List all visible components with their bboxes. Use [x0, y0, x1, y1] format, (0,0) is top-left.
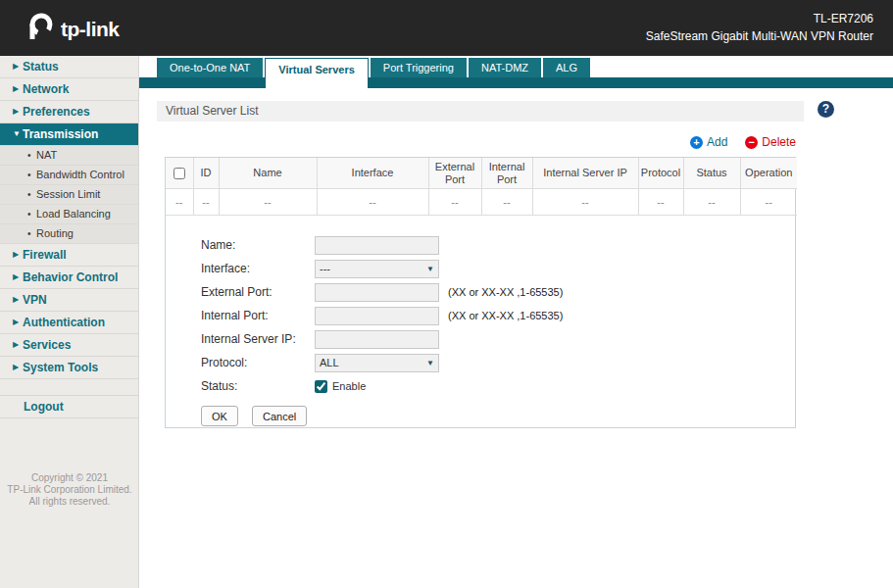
sidebar-subitem-routing[interactable]: • Routing: [0, 224, 138, 244]
select-all-checkbox[interactable]: [174, 168, 185, 179]
internal-port-input[interactable]: [315, 307, 439, 325]
logout-button[interactable]: Logout: [0, 396, 138, 418]
table-header-row: ID Name Interface External Port Internal…: [166, 158, 797, 189]
add-label: Add: [707, 135, 727, 149]
bullet-icon: •: [27, 205, 36, 223]
col-external-port: External Port: [428, 158, 481, 189]
sidebar-item-system-tools[interactable]: ▶ System Tools: [0, 357, 138, 379]
tab-nat-dmz[interactable]: NAT-DMZ: [469, 58, 541, 77]
bullet-icon: •: [27, 166, 36, 184]
interface-label: Interface:: [201, 262, 315, 275]
device-subtitle: SafeStream Gigabit Multi-WAN VPN Router: [646, 27, 873, 45]
virtual-server-table: ID Name Interface External Port Internal…: [166, 158, 797, 216]
tab-alg[interactable]: ALG: [543, 58, 590, 77]
cell-checkbox: --: [166, 189, 193, 216]
add-button[interactable]: + Add: [690, 135, 727, 149]
sidebar-item-services[interactable]: ▶ Services: [0, 334, 138, 357]
cell-status: --: [683, 189, 740, 216]
name-input[interactable]: [315, 236, 439, 255]
col-internal-server-ip: Internal Server IP: [532, 158, 638, 189]
cell-id: --: [193, 189, 219, 216]
sidebar-subitem-bandwidth-control[interactable]: • Bandwidth Control: [0, 166, 138, 185]
copyright-line: TP-Link Corporation Limited.: [0, 484, 139, 496]
col-name: Name: [219, 158, 317, 189]
cell-external-port: --: [428, 189, 481, 216]
tab-port-triggering[interactable]: Port Triggering: [371, 58, 467, 77]
protocol-select-value: ALL: [320, 357, 339, 368]
tplink-logo-icon: [25, 12, 55, 46]
chevron-right-icon: ▶: [13, 244, 23, 266]
sidebar-spacer: [0, 379, 138, 396]
minus-circle-icon: −: [745, 136, 758, 149]
main-content: Virtual Server List ? + Add − Delete: [139, 88, 893, 588]
sidebar-subitem-load-balancing[interactable]: • Load Balancing: [0, 205, 138, 224]
status-label: Status:: [201, 379, 315, 393]
chevron-right-icon: ▶: [13, 289, 23, 311]
sidebar-item-label: Behavior Control: [23, 267, 118, 288]
chevron-right-icon: ▶: [13, 334, 23, 356]
sidebar-item-label: System Tools: [23, 357, 98, 378]
select-all-cell: [166, 158, 193, 189]
chevron-right-icon: ▶: [13, 78, 23, 100]
sidebar-item-label: Network: [23, 78, 69, 100]
cell-operation: --: [740, 189, 797, 216]
protocol-select[interactable]: ALL ▼: [315, 354, 439, 372]
sidebar-item-label: Authentication: [23, 312, 105, 333]
delete-button[interactable]: − Delete: [745, 135, 796, 149]
tab-one-to-one-nat[interactable]: One-to-One NAT: [157, 58, 263, 77]
plus-circle-icon: +: [690, 136, 703, 149]
copyright-line: Copyright © 2021: [0, 472, 139, 484]
sidebar-subitem-label: Bandwidth Control: [36, 166, 124, 184]
sidebar-subitem-label: NAT: [36, 146, 57, 165]
dropdown-arrow-icon: ▼: [426, 265, 434, 273]
cell-internal-port: --: [481, 189, 532, 216]
ok-button[interactable]: OK: [201, 406, 238, 426]
sidebar-item-label: Preferences: [23, 101, 90, 122]
sidebar-item-network[interactable]: ▶ Network: [0, 78, 138, 101]
sidebar-item-firewall[interactable]: ▶ Firewall: [0, 244, 138, 267]
cancel-button[interactable]: Cancel: [252, 406, 307, 426]
sidebar-subitem-label: Load Balancing: [36, 205, 111, 223]
col-status: Status: [683, 158, 740, 189]
sidebar-item-behavior-control[interactable]: ▶ Behavior Control: [0, 267, 138, 289]
internal-server-ip-input[interactable]: [315, 330, 439, 349]
sidebar-item-label: Transmission: [23, 123, 98, 145]
cell-internal-server-ip: --: [532, 189, 638, 216]
name-label: Name:: [201, 238, 315, 252]
sidebar-item-vpn[interactable]: ▶ VPN: [0, 289, 138, 312]
chevron-right-icon: ▶: [13, 101, 23, 122]
device-info: TL-ER7206 SafeStream Gigabit Multi-WAN V…: [646, 10, 873, 45]
protocol-label: Protocol:: [201, 356, 315, 369]
bullet-icon: •: [27, 185, 36, 204]
external-port-input[interactable]: [315, 283, 439, 302]
dropdown-arrow-icon: ▼: [426, 359, 434, 368]
help-icon[interactable]: ?: [818, 101, 834, 118]
sidebar-item-preferences[interactable]: ▶ Preferences: [0, 101, 138, 123]
device-model: TL-ER7206: [646, 10, 873, 27]
col-internal-port: Internal Port: [481, 158, 532, 189]
copyright-line: All rights reserved.: [0, 496, 139, 508]
bullet-icon: •: [27, 146, 36, 165]
enable-checkbox[interactable]: [315, 380, 327, 393]
interface-select[interactable]: --- ▼: [315, 260, 439, 278]
sidebar-subitem-nat[interactable]: • NAT: [0, 146, 138, 166]
col-id: ID: [193, 158, 219, 189]
sidebar-subitem-session-limit[interactable]: • Session Limit: [0, 185, 138, 205]
sidebar-item-authentication[interactable]: ▶ Authentication: [0, 312, 138, 334]
sidebar-item-label: VPN: [23, 289, 47, 311]
sidebar-subitem-label: Session Limit: [36, 185, 100, 204]
sidebar-item-transmission[interactable]: ▼ Transmission: [0, 123, 138, 146]
interface-select-value: ---: [320, 263, 330, 274]
app-header: tp-link TL-ER7206 SafeStream Gigabit Mul…: [0, 0, 893, 56]
table-actions: + Add − Delete: [165, 135, 796, 149]
bullet-icon: •: [27, 224, 36, 243]
tab-bar: One-to-One NAT Virtual Servers Port Trig…: [139, 56, 893, 88]
internal-port-hint: (XX or XX-XX ,1-65535): [448, 310, 563, 321]
tplink-logo: tp-link: [25, 12, 120, 46]
chevron-down-icon: ▼: [13, 123, 23, 145]
virtual-server-panel: ID Name Interface External Port Internal…: [165, 157, 796, 428]
chevron-right-icon: ▶: [13, 267, 23, 288]
sidebar-item-status[interactable]: ▶ Status: [0, 56, 138, 78]
chevron-right-icon: ▶: [13, 312, 23, 333]
tab-virtual-servers[interactable]: Virtual Servers: [265, 58, 368, 88]
